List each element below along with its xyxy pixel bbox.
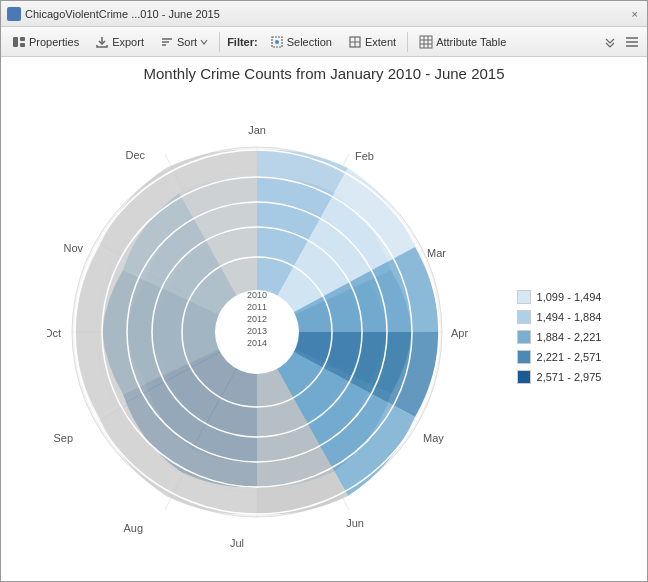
legend-label-5: 2,571 - 2,975 <box>537 371 602 383</box>
title-bar: ChicagoViolentCrime ...010 - June 2015 × <box>1 1 647 27</box>
legend-label-3: 1,884 - 2,221 <box>537 331 602 343</box>
svg-text:2014: 2014 <box>247 338 267 348</box>
svg-text:Apr: Apr <box>451 327 468 339</box>
svg-text:May: May <box>423 432 444 444</box>
legend-item-5: 2,571 - 2,975 <box>517 370 602 384</box>
svg-rect-0 <box>13 37 18 47</box>
legend-label-4: 2,221 - 2,571 <box>537 351 602 363</box>
filter-label: Filter: <box>224 36 261 48</box>
sort-chevron-icon <box>200 38 208 46</box>
toolbar: Properties Export Sort Filter: <box>1 27 647 57</box>
selection-icon <box>270 35 284 49</box>
legend-label-1: 1,099 - 1,494 <box>537 291 602 303</box>
legend-item-4: 2,221 - 2,571 <box>517 350 602 364</box>
export-button[interactable]: Export <box>88 30 151 54</box>
separator-1 <box>219 32 220 52</box>
attribute-table-button[interactable]: Attribute Table <box>412 30 513 54</box>
svg-text:2011: 2011 <box>247 302 267 312</box>
svg-text:Oct: Oct <box>47 327 61 339</box>
svg-text:Mar: Mar <box>427 247 446 259</box>
legend-swatch-3 <box>517 330 531 344</box>
legend-swatch-1 <box>517 290 531 304</box>
svg-text:2013: 2013 <box>247 326 267 336</box>
menu-icon <box>625 35 639 49</box>
legend-label-2: 1,494 - 1,884 <box>537 311 602 323</box>
menu-button[interactable] <box>621 30 643 54</box>
legend-item-1: 1,099 - 1,494 <box>517 290 602 304</box>
svg-rect-12 <box>420 36 432 48</box>
svg-rect-2 <box>20 43 25 47</box>
svg-text:Jul: Jul <box>230 537 244 549</box>
svg-text:2010: 2010 <box>247 290 267 300</box>
sort-button[interactable]: Sort <box>153 30 215 54</box>
separator-2 <box>407 32 408 52</box>
chart-content: Monthly Crime Counts from January 2010 -… <box>1 57 647 581</box>
sort-icon <box>160 35 174 49</box>
properties-icon <box>12 35 26 49</box>
extent-icon <box>348 35 362 49</box>
svg-text:Feb: Feb <box>355 150 374 162</box>
svg-text:Nov: Nov <box>63 242 83 254</box>
legend-item-3: 1,884 - 2,221 <box>517 330 602 344</box>
main-window: ChicagoViolentCrime ...010 - June 2015 ×… <box>0 0 648 582</box>
toolbar-right <box>601 30 643 54</box>
svg-text:Sep: Sep <box>53 432 73 444</box>
dropdown-button[interactable] <box>601 30 619 54</box>
legend-swatch-4 <box>517 350 531 364</box>
chart-svg: 2010 2011 2012 2013 2014 Jan Feb Mar Apr… <box>47 102 507 562</box>
legend-item-2: 1,494 - 1,884 <box>517 310 602 324</box>
svg-text:Dec: Dec <box>125 149 145 161</box>
export-icon <box>95 35 109 49</box>
selection-button[interactable]: Selection <box>263 30 339 54</box>
legend-swatch-2 <box>517 310 531 324</box>
chart-title: Monthly Crime Counts from January 2010 -… <box>143 65 504 82</box>
svg-text:2012: 2012 <box>247 314 267 324</box>
svg-text:Jun: Jun <box>346 517 364 529</box>
properties-button[interactable]: Properties <box>5 30 86 54</box>
title-bar-text: ChicagoViolentCrime ...010 - June 2015 <box>25 8 625 20</box>
svg-text:Jan: Jan <box>248 124 266 136</box>
close-button[interactable]: × <box>629 8 641 20</box>
chart-area: 2010 2011 2012 2013 2014 Jan Feb Mar Apr… <box>1 86 647 577</box>
dropdown-icon <box>605 35 615 49</box>
svg-rect-1 <box>20 37 25 41</box>
svg-point-8 <box>275 40 279 44</box>
extent-button[interactable]: Extent <box>341 30 403 54</box>
table-icon <box>419 35 433 49</box>
chart-legend: 1,099 - 1,494 1,494 - 1,884 1,884 - 2,22… <box>517 290 602 384</box>
polar-chart: 2010 2011 2012 2013 2014 Jan Feb Mar Apr… <box>47 102 507 562</box>
svg-text:Aug: Aug <box>123 522 143 534</box>
legend-swatch-5 <box>517 370 531 384</box>
app-icon <box>7 7 21 21</box>
